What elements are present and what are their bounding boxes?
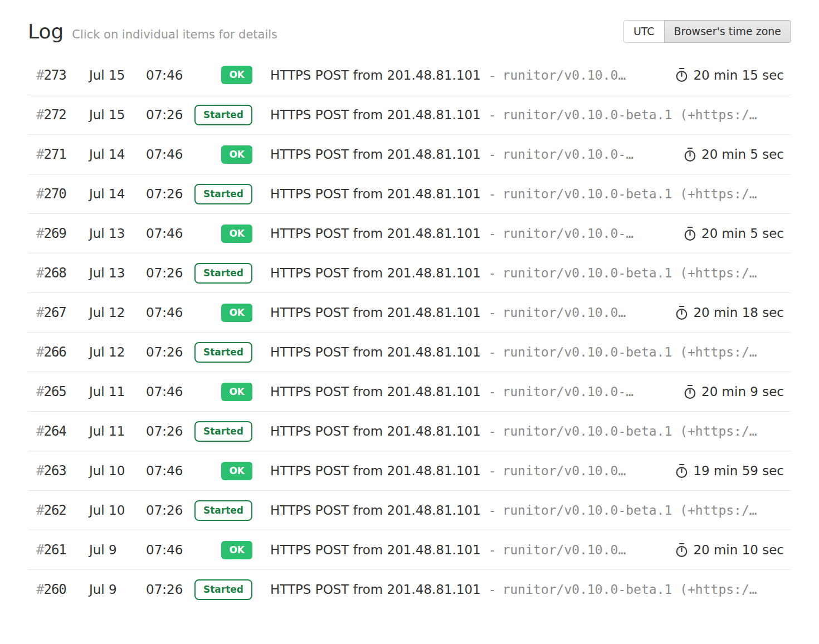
row-time: 07:26 bbox=[136, 266, 192, 280]
log-page: Log Click on individual items for detail… bbox=[0, 0, 819, 631]
row-date: Jul 11 bbox=[81, 424, 136, 438]
row-time: 07:46 bbox=[136, 147, 192, 162]
table-row[interactable]: #264 Jul 11 07:26 Started HTTPS POST fro… bbox=[28, 411, 791, 451]
row-number-hash: # bbox=[36, 344, 43, 360]
status-badge: Started bbox=[194, 184, 252, 204]
duration-text: 20 min 5 sec bbox=[701, 226, 784, 241]
status-badge-cell: Started bbox=[192, 263, 252, 284]
duration-text: 19 min 59 sec bbox=[693, 464, 784, 478]
duration: 20 min 5 sec bbox=[684, 147, 791, 162]
event-cell: HTTPS POST from 201.48.81.101 - runitor/… bbox=[252, 582, 791, 597]
duration: 20 min 10 sec bbox=[675, 543, 791, 558]
row-number: #271 bbox=[28, 147, 81, 162]
user-agent: runitor/v0.10.0-… bbox=[503, 384, 633, 399]
status-badge: OK bbox=[221, 225, 252, 243]
row-date: Jul 9 bbox=[81, 543, 136, 557]
user-agent: runitor/v0.10.0-beta.1 (+https:/… bbox=[503, 266, 757, 280]
separator-dash: - bbox=[489, 384, 496, 399]
row-time: 07:26 bbox=[136, 582, 192, 597]
row-time: 07:46 bbox=[136, 226, 192, 241]
separator-dash: - bbox=[489, 266, 496, 280]
table-row[interactable]: #260 Jul 9 07:26 Started HTTPS POST from… bbox=[28, 569, 791, 609]
row-number-hash: # bbox=[36, 226, 43, 241]
duration: 20 min 9 sec bbox=[684, 384, 791, 399]
table-row[interactable]: #263 Jul 10 07:46 OK HTTPS POST from 201… bbox=[28, 451, 791, 490]
row-number-value: 260 bbox=[43, 582, 66, 597]
row-number-value: 261 bbox=[43, 542, 66, 558]
table-row[interactable]: #273 Jul 15 07:46 OK HTTPS POST from 201… bbox=[28, 55, 791, 95]
row-number: #270 bbox=[28, 186, 81, 202]
table-row[interactable]: #270 Jul 14 07:26 Started HTTPS POST fro… bbox=[28, 174, 791, 213]
event-message: HTTPS POST from 201.48.81.101 bbox=[270, 305, 481, 320]
table-row[interactable]: #269 Jul 13 07:46 OK HTTPS POST from 201… bbox=[28, 213, 791, 253]
row-number-hash: # bbox=[36, 502, 43, 518]
row-time: 07:46 bbox=[136, 384, 192, 399]
event-message: HTTPS POST from 201.48.81.101 bbox=[270, 108, 481, 122]
separator-dash: - bbox=[489, 305, 496, 320]
row-number: #263 bbox=[28, 463, 81, 479]
row-number-hash: # bbox=[36, 542, 43, 558]
event-cell: HTTPS POST from 201.48.81.101 - runitor/… bbox=[252, 384, 684, 399]
separator-dash: - bbox=[489, 108, 496, 122]
status-badge-cell: Started bbox=[192, 500, 252, 521]
separator-dash: - bbox=[489, 582, 496, 597]
row-date: Jul 12 bbox=[81, 305, 136, 320]
table-row[interactable]: #265 Jul 11 07:46 OK HTTPS POST from 201… bbox=[28, 372, 791, 411]
row-number: #265 bbox=[28, 384, 81, 399]
row-date: Jul 15 bbox=[81, 68, 136, 82]
stopwatch-icon bbox=[675, 305, 688, 320]
event-message: HTTPS POST from 201.48.81.101 bbox=[270, 543, 481, 557]
page-header: Log Click on individual items for detail… bbox=[28, 20, 791, 43]
status-badge-cell: OK bbox=[192, 462, 252, 480]
row-number: #269 bbox=[28, 226, 81, 241]
event-cell: HTTPS POST from 201.48.81.101 - runitor/… bbox=[252, 68, 675, 82]
row-number-value: 267 bbox=[43, 305, 66, 320]
status-badge: Started bbox=[194, 579, 252, 600]
user-agent: runitor/v0.10.0-beta.1 (+https:/… bbox=[503, 582, 757, 597]
table-row[interactable]: #261 Jul 9 07:46 OK HTTPS POST from 201.… bbox=[28, 530, 791, 569]
row-number-value: 269 bbox=[43, 226, 66, 241]
row-number: #266 bbox=[28, 344, 81, 360]
table-row[interactable]: #271 Jul 14 07:46 OK HTTPS POST from 201… bbox=[28, 134, 791, 174]
row-date: Jul 12 bbox=[81, 345, 136, 359]
row-time: 07:46 bbox=[136, 464, 192, 478]
status-badge-cell: Started bbox=[192, 105, 252, 125]
table-row[interactable]: #266 Jul 12 07:26 Started HTTPS POST fro… bbox=[28, 332, 791, 372]
table-row[interactable]: #268 Jul 13 07:26 Started HTTPS POST fro… bbox=[28, 253, 791, 292]
separator-dash: - bbox=[489, 187, 496, 201]
log-table: #273 Jul 15 07:46 OK HTTPS POST from 201… bbox=[28, 55, 791, 609]
row-number-hash: # bbox=[36, 186, 43, 202]
separator-dash: - bbox=[489, 345, 496, 359]
row-number: #267 bbox=[28, 305, 81, 320]
event-message: HTTPS POST from 201.48.81.101 bbox=[270, 464, 481, 478]
separator-dash: - bbox=[489, 503, 496, 518]
table-row[interactable]: #267 Jul 12 07:46 OK HTTPS POST from 201… bbox=[28, 292, 791, 332]
event-message: HTTPS POST from 201.48.81.101 bbox=[270, 384, 481, 399]
status-badge-cell: OK bbox=[192, 145, 252, 164]
browser-timezone-button[interactable]: Browser's time zone bbox=[664, 20, 791, 43]
table-row[interactable]: #272 Jul 15 07:26 Started HTTPS POST fro… bbox=[28, 95, 791, 134]
event-message: HTTPS POST from 201.48.81.101 bbox=[270, 503, 481, 518]
event-message: HTTPS POST from 201.48.81.101 bbox=[270, 424, 481, 438]
row-number-value: 264 bbox=[43, 423, 66, 439]
event-message: HTTPS POST from 201.48.81.101 bbox=[270, 68, 481, 82]
event-message: HTTPS POST from 201.48.81.101 bbox=[270, 147, 481, 162]
user-agent: runitor/v0.10.0-beta.1 (+https:/… bbox=[503, 503, 757, 518]
status-badge-cell: Started bbox=[192, 342, 252, 363]
duration-text: 20 min 18 sec bbox=[693, 305, 784, 320]
table-row[interactable]: #262 Jul 10 07:26 Started HTTPS POST fro… bbox=[28, 490, 791, 530]
stopwatch-icon bbox=[675, 67, 688, 82]
stopwatch-icon bbox=[684, 147, 696, 162]
event-cell: HTTPS POST from 201.48.81.101 - runitor/… bbox=[252, 345, 791, 359]
row-number-value: 271 bbox=[43, 147, 66, 162]
row-date: Jul 13 bbox=[81, 266, 136, 280]
event-cell: HTTPS POST from 201.48.81.101 - runitor/… bbox=[252, 424, 791, 438]
utc-button[interactable]: UTC bbox=[623, 20, 665, 43]
row-date: Jul 11 bbox=[81, 384, 136, 399]
row-number-hash: # bbox=[36, 384, 43, 399]
event-cell: HTTPS POST from 201.48.81.101 - runitor/… bbox=[252, 187, 791, 201]
status-badge: OK bbox=[221, 66, 252, 84]
duration-text: 20 min 5 sec bbox=[701, 147, 784, 162]
row-number-value: 270 bbox=[43, 186, 66, 202]
row-time: 07:46 bbox=[136, 68, 192, 82]
